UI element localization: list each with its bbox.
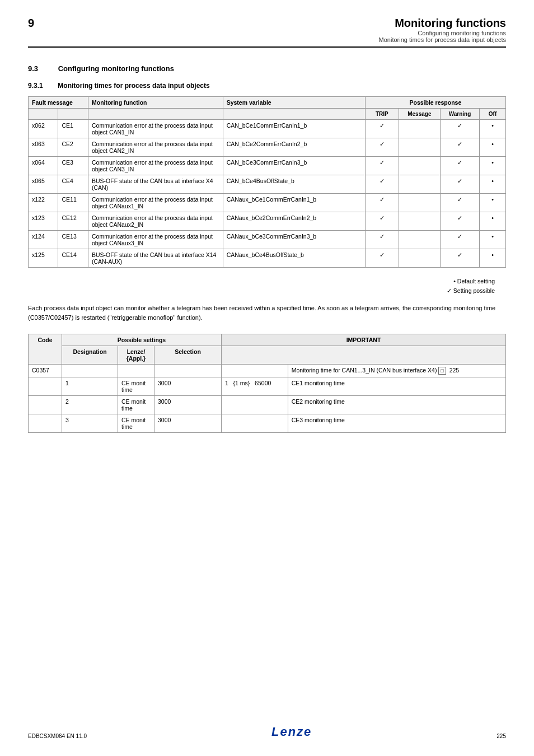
table-row: x064 CE3 Communication error at the proc… [29,157,506,175]
warning-val: ✓ [440,194,479,212]
section-title: Configuring monitoring functions [58,64,174,73]
off-val: • [480,157,506,175]
code-table: Code Possible settings IMPORTANT Designa… [28,334,506,433]
sys-var: CAN_bCe1CommErrCanIn1_b [223,120,365,138]
sys-var: CANaux_bCe3CommErrCanIn3_b [223,231,365,249]
section-9-3: 9.3 Configuring monitoring functions [28,64,506,73]
warning-val: ✓ [440,157,479,175]
message-val [399,231,440,249]
trip-val: ✓ [365,175,399,194]
warning-val: ✓ [440,175,479,194]
off-val: • [480,194,506,212]
fault-code: x064 [29,157,58,175]
off-val: • [480,138,506,157]
sys-var: CAN_bCe3CommErrCanIn3_b [223,157,365,175]
fault-id: CE4 [58,175,88,194]
warning-val: ✓ [440,212,479,231]
fault-id: CE11 [58,194,88,212]
fault-message-header: Fault message [29,97,88,109]
fault-code: x065 [29,175,58,194]
header-text: Monitoring functions Configuring monitor… [379,17,506,43]
selection-val [222,395,288,414]
warning-val: ✓ [440,138,479,157]
possible-response-header: Possible response [365,97,505,109]
sys-var: CAN_bCe4BusOffState_b [223,175,365,194]
desig-val: CE monit time [118,377,154,395]
sys-var: CANaux_bCe1CommErrCanIn1_b [223,194,365,212]
page-ref-icon: □ [438,367,446,375]
fault-code: x062 [29,120,58,138]
header-title: Monitoring functions [379,17,506,30]
fault-code: x124 [29,231,58,249]
legend: • Default setting ✓ Setting possible [28,277,506,296]
code-table-row: 1 CE monit time 3000 1 {1 ms} 65000 CE1 … [29,377,506,395]
off-val: • [480,249,506,268]
monitoring-function-header: Monitoring function [88,97,223,109]
trip-header: TRIP [365,109,399,120]
code-val: C0357 [29,364,62,377]
sys-var: CANaux_bCe2CommErrCanIn2_b [223,212,365,231]
monitoring-desc: Communication error at the process data … [88,231,223,249]
message-val [399,157,440,175]
no-val: 3 [62,414,118,432]
monitoring-desc: Communication error at the process data … [88,138,223,157]
off-header: Off [480,109,506,120]
section-heading: 9.3 Configuring monitoring functions [28,64,506,73]
message-header: Message [399,109,440,120]
fault-code: x063 [29,138,58,157]
table-row: x123 CE12 Communication error at the pro… [29,212,506,231]
subsection-title: Monitoring times for process data input … [58,82,209,90]
table-row: x122 CE11 Communication error at the pro… [29,194,506,212]
code-empty [29,395,62,414]
warning-val: ✓ [440,249,479,268]
code-table-row: 3 CE monit time 3000 CE3 monitoring time [29,414,506,432]
off-val: • [480,212,506,231]
empty-header-2 [58,109,88,120]
important-val: CE1 monitoring time [288,377,505,395]
selection-val: 1 {1 ms} 65000 [222,377,288,395]
desig-val: CE monit time [118,395,154,414]
selection-subheader: Selection [154,346,222,364]
empty-header-1 [29,109,58,120]
trip-val: ✓ [365,249,399,268]
selection-val [222,364,288,377]
fault-id: CE12 [58,212,88,231]
code-table-row: 2 CE monit time 3000 CE2 monitoring time [29,395,506,414]
designation-subheader: Designation [62,346,118,364]
off-val: • [480,175,506,194]
body-paragraph: Each process data input object can monit… [28,304,506,323]
possible-settings-header: Possible settings [62,334,222,346]
monitoring-desc: BUS-OFF state of the CAN bus at interfac… [88,249,223,268]
section-num: 9.3 [28,64,45,73]
trip-val: ✓ [365,212,399,231]
page-footer: EDBCSXM064 EN 11.0 Lenze 225 [28,725,506,739]
fault-id: CE13 [58,231,88,249]
important-subheader-empty [222,346,506,364]
message-val [399,249,440,268]
monitoring-desc: Communication error at the process data … [88,157,223,175]
important-val: CE3 monitoring time [288,414,505,432]
code-table-row: C0357 Monitoring time for CAN1...3_IN (C… [29,364,506,377]
lenze-val: 3000 [154,414,222,432]
table-row: x124 CE13 Communication error at the pro… [29,231,506,249]
message-val [399,120,440,138]
legend-setting: ✓ Setting possible [28,286,495,296]
message-val [399,175,440,194]
fault-id: CE1 [58,120,88,138]
header-page-num: 9 [28,17,34,30]
fault-code: x123 [29,212,58,231]
code-header: Code [29,334,62,364]
fault-id: CE14 [58,249,88,268]
warning-header: Warning [440,109,479,120]
warning-val: ✓ [440,231,479,249]
no-val: 2 [62,395,118,414]
lenze-val: 3000 [154,377,222,395]
desig-val: CE monit time [118,414,154,432]
fault-code: x122 [29,194,58,212]
subsection-num: 9.3.1 [28,82,45,90]
fault-code: x125 [29,249,58,268]
fault-table: Fault message Monitoring function System… [28,96,506,268]
off-val: • [480,231,506,249]
warning-val: ✓ [440,120,479,138]
message-val [399,194,440,212]
